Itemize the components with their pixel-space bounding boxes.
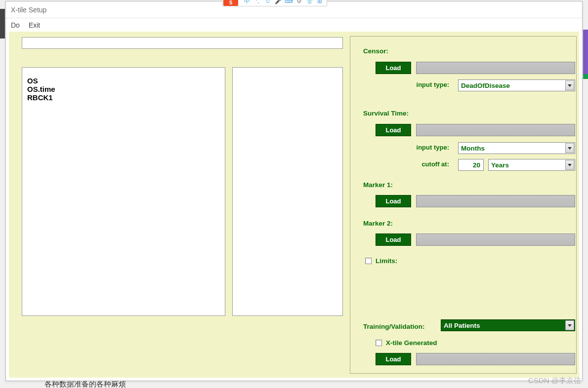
survival-input-type-select[interactable]: Months xyxy=(458,142,575,154)
ime-icon-4[interactable]: 🎤 xyxy=(274,0,282,4)
ime-icon-2[interactable]: °, xyxy=(253,0,261,4)
xtile-gen-checkbox-wrap[interactable]: X-tile Generated xyxy=(376,339,437,347)
survival-label: Survival Time: xyxy=(363,110,409,117)
variable-listbox-right[interactable] xyxy=(232,67,343,316)
censor-input-type-select[interactable]: DeadOfDisease xyxy=(458,79,575,91)
list-item[interactable]: OS xyxy=(27,77,220,85)
top-display-field xyxy=(22,37,343,49)
chevron-down-icon[interactable] xyxy=(565,80,574,90)
marker2-value-field xyxy=(416,233,575,246)
ime-icon-7[interactable]: 👕 xyxy=(305,0,313,4)
limits-checkbox[interactable] xyxy=(365,258,372,264)
cutoff-unit-select[interactable]: Years xyxy=(488,159,575,171)
sogou-ime-icon: S xyxy=(223,0,238,6)
marker1-load-button[interactable]: Load xyxy=(376,195,411,207)
survival-value-field xyxy=(416,124,575,136)
main-canvas: OS OS.time RBCK1 Censor: Load input type… xyxy=(9,32,579,378)
chevron-down-icon[interactable] xyxy=(565,160,574,170)
censor-input-type-label: input type: xyxy=(400,81,449,88)
trainval-value-field xyxy=(416,353,575,365)
menu-exit[interactable]: Exit xyxy=(29,21,40,29)
xtile-gen-checkbox[interactable] xyxy=(376,340,382,346)
cutoff-label: cutoff at: xyxy=(400,160,449,168)
censor-value-field xyxy=(416,62,575,74)
limits-checkbox-wrap[interactable]: Limits: xyxy=(365,257,397,265)
xtile-setup-window: X-tile Setup Do Exit OS OS.time RBCK1 Ce… xyxy=(5,1,583,381)
trainval-load-button[interactable]: Load xyxy=(376,353,411,365)
settings-panel: Censor: Load input type: DeadOfDisease S… xyxy=(350,36,577,374)
trainval-value: All Patients xyxy=(444,322,480,329)
trainval-label: Training/Validation: xyxy=(363,323,425,330)
marker2-label: Marker 2: xyxy=(363,220,393,227)
marker2-load-button[interactable]: Load xyxy=(376,233,411,246)
ime-icon-6[interactable]: ⚙ xyxy=(295,0,303,4)
ime-icon-5[interactable]: ⌨ xyxy=(285,0,293,4)
ime-icon-8[interactable]: ⊞ xyxy=(316,0,324,4)
xtile-gen-label: X-tile Generated xyxy=(386,339,437,347)
censor-label: Censor: xyxy=(363,47,388,55)
cutoff-value-input[interactable]: 20 xyxy=(458,159,484,171)
list-item[interactable]: OS.time xyxy=(27,85,220,93)
censor-input-type-value: DeadOfDisease xyxy=(461,82,510,89)
chevron-down-icon[interactable] xyxy=(565,143,574,153)
ime-icon-1[interactable]: 中 xyxy=(243,0,251,4)
list-item[interactable]: RBCK1 xyxy=(27,93,220,102)
menubar: Do Exit xyxy=(6,18,582,32)
watermark: CSDN @李京弦 xyxy=(528,376,581,386)
chevron-down-icon[interactable] xyxy=(565,320,574,330)
survival-load-button[interactable]: Load xyxy=(376,124,411,136)
censor-load-button[interactable]: Load xyxy=(376,62,411,74)
variable-listbox-left[interactable]: OS OS.time RBCK1 xyxy=(22,67,225,316)
survival-input-type-value: Months xyxy=(461,145,485,152)
limits-label: Limits: xyxy=(376,257,397,265)
trainval-select[interactable]: All Patients xyxy=(441,319,575,331)
survival-input-type-label: input type: xyxy=(400,144,449,151)
menu-do[interactable]: Do xyxy=(11,21,20,29)
marker1-label: Marker 1: xyxy=(363,181,393,189)
cutoff-unit-value: Years xyxy=(491,161,509,169)
marker1-value-field xyxy=(416,195,575,207)
ime-icon-3[interactable]: ☺ xyxy=(264,0,272,4)
